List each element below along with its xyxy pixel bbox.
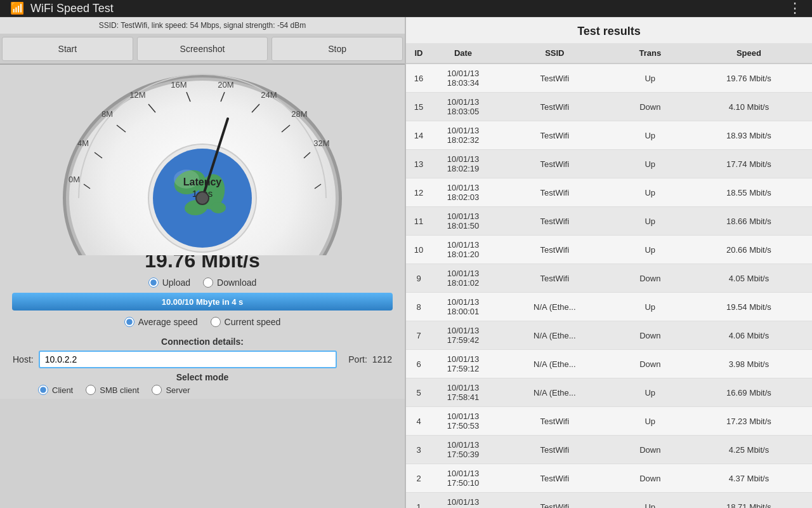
average-speed-radio[interactable] [124,317,134,327]
cell-speed: 4.06 Mbit/s [686,321,812,350]
cell-date: 10/01/1318:01:02 [431,264,495,293]
upload-radio[interactable] [148,277,159,288]
speedometer-container: 0M 4M 8M 12M 16M 20M 24M 28M 32M [0,65,405,333]
stop-button[interactable]: Stop [272,37,403,61]
start-button[interactable]: Start [2,37,133,61]
smb-client-option[interactable]: SMB client [86,385,139,395]
col-id: ID [406,43,431,64]
cell-ssid: N/A (Ethe... [495,350,615,378]
svg-point-32 [196,192,209,204]
cell-speed: 18.93 Mbit/s [686,121,812,150]
cell-trans: Up [615,493,686,509]
left-panel: SSID: TestWifi, link speed: 54 Mbps, sig… [0,17,406,508]
results-title: Test results [406,17,812,43]
cell-id: 4 [406,407,431,436]
table-row: 13 10/01/1318:02:19 TestWifi Up 17.74 Mb… [406,150,812,178]
svg-text:16M: 16M [171,80,187,90]
cell-id: 10 [406,236,431,264]
cell-date: 10/01/1318:01:20 [431,236,495,264]
upload-label: Upload [162,277,190,288]
table-row: 14 10/01/1318:02:32 TestWifi Up 18.93 Mb… [406,121,812,150]
table-row: 10 10/01/1318:01:20 TestWifi Up 20.66 Mb… [406,236,812,264]
download-radio[interactable] [203,277,213,288]
cell-id: 14 [406,121,431,150]
cell-speed: 4.10 Mbit/s [686,93,812,121]
table-row: 2 10/01/1317:50:10 TestWifi Down 4.37 Mb… [406,464,812,493]
cell-ssid: N/A (Ethe... [495,321,615,350]
speed-mode-row: Average speed Current speed [124,317,281,327]
cell-date: 10/01/1317:59:42 [431,321,495,350]
cell-speed: 17.74 Mbit/s [686,150,812,178]
svg-text:32M: 32M [313,138,329,148]
col-date: Date [431,43,495,64]
server-label: Server [166,385,190,395]
cell-date: 10/01/1318:03:05 [431,93,495,121]
mode-row: Upload Download [148,277,257,288]
cell-speed: 3.98 Mbit/s [686,350,812,378]
upload-option[interactable]: Upload [148,277,190,288]
cell-trans: Up [615,178,686,207]
client-option[interactable]: Client [38,385,73,395]
client-label: Client [52,385,73,395]
col-ssid: SSID [495,43,615,64]
server-option[interactable]: Server [152,385,190,395]
host-input[interactable] [39,351,337,368]
server-radio[interactable] [152,385,162,395]
cell-date: 10/01/1317:50:39 [431,436,495,464]
cell-id: 5 [406,378,431,407]
menu-icon[interactable]: ⋮ [788,0,802,17]
cell-ssid: N/A (Ethe... [495,378,615,407]
screenshot-button[interactable]: Screenshot [137,37,268,61]
cell-id: 12 [406,178,431,207]
progress-bar-container: 10.00/10 Mbyte in 4 s [12,293,393,311]
cell-id: 13 [406,150,431,178]
progress-bar-fill: 10.00/10 Mbyte in 4 s [12,293,393,311]
client-radio[interactable] [38,385,48,395]
cell-speed: 4.25 Mbit/s [686,436,812,464]
cell-date: 10/01/1318:03:34 [431,64,495,93]
cell-date: 10/01/1317:59:12 [431,350,495,378]
cell-speed: 19.76 Mbit/s [686,64,812,93]
cell-date: 10/01/1318:02:32 [431,121,495,150]
host-row: Host: Port: 1212 [13,351,392,368]
cell-speed: 18.55 Mbit/s [686,178,812,207]
table-row: 3 10/01/1317:50:39 TestWifi Down 4.25 Mb… [406,436,812,464]
cell-trans: Up [615,64,686,93]
ssid-bar: SSID: TestWifi, link speed: 54 Mbps, sig… [0,17,405,34]
main-content: SSID: TestWifi, link speed: 54 Mbps, sig… [0,17,812,508]
cell-id: 1 [406,493,431,509]
cell-ssid: TestWifi [495,64,615,93]
cell-date: 10/01/1318:01:50 [431,207,495,236]
cell-date: 10/01/1317:50:10 [431,464,495,493]
svg-text:Latency: Latency [183,177,222,187]
results-data-table: ID Date SSID Trans Speed 16 10/01/1318:0… [406,43,812,508]
table-row: 8 10/01/1318:00:01 N/A (Ethe... Up 19.54… [406,293,812,321]
cell-ssid: TestWifi [495,464,615,493]
table-row: 15 10/01/1318:03:05 TestWifi Down 4.10 M… [406,93,812,121]
cell-id: 3 [406,436,431,464]
cell-trans: Down [615,350,686,378]
current-speed-radio[interactable] [211,317,221,327]
ssid-text: SSID: TestWifi, link speed: 54 Mbps, sig… [99,21,306,30]
svg-text:12M: 12M [129,90,145,100]
cell-ssid: TestWifi [495,236,615,264]
cell-date: 10/01/1317:58:41 [431,378,495,407]
cell-date: 10/01/1318:00:01 [431,293,495,321]
cell-id: 9 [406,264,431,293]
table-row: 9 10/01/1318:01:02 TestWifi Down 4.05 Mb… [406,264,812,293]
table-row: 16 10/01/1318:03:34 TestWifi Up 19.76 Mb… [406,64,812,93]
svg-text:0M: 0M [69,175,80,184]
cell-trans: Up [615,207,686,236]
svg-text:8M: 8M [102,109,113,119]
smb-client-radio[interactable] [86,385,96,395]
cell-trans: Down [615,321,686,350]
download-option[interactable]: Download [203,277,256,288]
table-row: 11 10/01/1318:01:50 TestWifi Up 18.66 Mb… [406,207,812,236]
host-label: Host: [13,354,34,364]
current-speed-option[interactable]: Current speed [211,317,281,327]
cell-trans: Up [615,407,686,436]
cell-trans: Up [615,293,686,321]
cell-id: 15 [406,93,431,121]
table-row: 7 10/01/1317:59:42 N/A (Ethe... Down 4.0… [406,321,812,350]
average-speed-option[interactable]: Average speed [124,317,198,327]
